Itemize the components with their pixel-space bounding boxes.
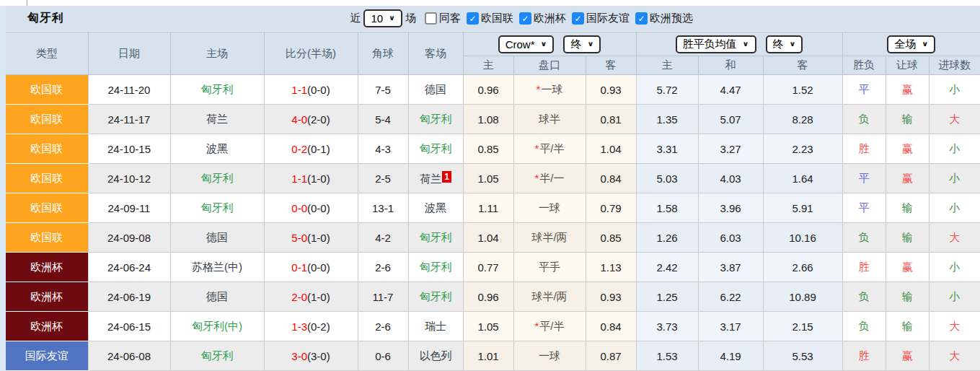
league-type-badge: 欧国联 [6, 75, 88, 105]
goals-result: 大 [929, 105, 980, 134]
table-header: 类型 日期 主场 比分(半场) 角球 客场 Crow* ∨ 终 ∨ [6, 32, 980, 75]
away-team-link[interactable]: 瑞士 [408, 312, 463, 341]
table-row: 欧洲杯24-06-15匈牙利(中)1-3(0-2)2-6瑞士1.05*平/半0.… [6, 312, 980, 341]
home-team-link[interactable]: 波黑 [170, 134, 264, 164]
col-header-score: 比分(半场) [264, 32, 358, 75]
odds-home: 1.08 [463, 105, 513, 134]
handicap-result: 赢 [886, 75, 929, 105]
handicap-result: 赢 [886, 341, 929, 371]
handicap: *平/半 [513, 312, 586, 341]
avg-header-group: 胜平负均值 ∨ 终 ∨ [636, 32, 842, 56]
league-type-badge: 欧洲杯 [6, 312, 88, 341]
filter-label[interactable]: 欧国联 [481, 12, 513, 25]
handicap-star: * [534, 142, 539, 154]
filter-label[interactable]: 同客 [439, 12, 461, 25]
handicap-result: 赢 [886, 253, 929, 282]
away-team-link[interactable]: 匈牙利 [408, 105, 463, 134]
away-team-link[interactable]: 波黑 [408, 193, 463, 223]
score: 0-2(0-1) [264, 134, 358, 164]
wdl-result: 胜 [842, 341, 886, 371]
away-team-link[interactable]: 荷兰1 [408, 164, 463, 193]
odds-home: 1.01 [463, 341, 513, 371]
odds-away: 0.79 [586, 193, 636, 223]
away-team-link[interactable]: 匈牙利 [408, 223, 463, 253]
home-team-link[interactable]: 德国 [170, 282, 264, 312]
odds-time-select[interactable]: 终 ∨ [563, 35, 601, 53]
filter-label[interactable]: 欧洲杯 [534, 12, 566, 25]
filter-checkbox-1[interactable]: ✓ [467, 12, 479, 25]
home-team-link[interactable]: 匈牙利 [170, 193, 264, 223]
corner-kicks: 2-6 [358, 253, 408, 282]
corner-kicks: 7-5 [358, 75, 408, 105]
avg-draw: 4.47 [698, 75, 763, 105]
filter-checkbox-0[interactable] [425, 12, 437, 25]
away-team-link[interactable]: 以色列 [408, 341, 463, 371]
handicap: 球半/两 [513, 223, 586, 253]
corner-kicks: 4-3 [358, 134, 408, 164]
handicap: 一球 [513, 193, 586, 223]
away-team-link[interactable]: 匈牙利 [408, 253, 463, 282]
table-row: 欧国联24-09-08德国5-0(1-0)4-2匈牙利1.04球半/两0.851… [6, 223, 980, 253]
match-date: 24-09-11 [88, 193, 170, 223]
col-header-corners: 角球 [358, 32, 408, 75]
avg-win: 3.73 [636, 312, 698, 341]
filter-checkbox-3[interactable]: ✓ [572, 12, 584, 25]
odds-home: 1.05 [463, 164, 513, 193]
filter-label[interactable]: 欧洲预选 [650, 12, 693, 25]
team-title: 匈牙利 [27, 11, 64, 26]
away-team-link[interactable]: 德国 [408, 75, 463, 105]
odds-header-group: Crow* ∨ 终 ∨ [463, 32, 636, 56]
filter-controls: 近 10 ∨ 场 同客✓欧国联✓欧洲杯✓国际友谊✓欧洲预选 [347, 9, 693, 27]
goals-result: 大 [929, 341, 980, 371]
match-count-select[interactable]: 10 ∨ [363, 9, 402, 27]
home-team-link[interactable]: 苏格兰(中) [170, 253, 264, 282]
avg-draw: 6.03 [698, 223, 763, 253]
away-team-link[interactable]: 匈牙利 [408, 134, 463, 164]
matches-table: 类型 日期 主场 比分(半场) 角球 客场 Crow* ∨ 终 ∨ [6, 32, 980, 371]
home-team-link[interactable]: 匈牙利 [170, 341, 264, 371]
avg-win: 5.72 [636, 75, 698, 105]
match-date: 24-11-17 [88, 105, 170, 134]
scope-select[interactable]: 全场 ∨ [887, 35, 935, 53]
home-team-link[interactable]: 德国 [170, 223, 264, 253]
filter-checkbox-4[interactable]: ✓ [635, 12, 648, 25]
score: 4-0(2-0) [264, 105, 358, 134]
filter-checkbox-2[interactable]: ✓ [519, 12, 531, 25]
avg-time-select[interactable]: 终 ∨ [766, 35, 803, 53]
away-team-link[interactable]: 匈牙利 [408, 282, 463, 312]
home-team-link[interactable]: 匈牙利(中) [170, 312, 264, 341]
odds-away: 1.13 [586, 253, 636, 282]
handicap-star: * [534, 172, 539, 184]
wdl-result: 负 [842, 105, 886, 134]
home-team-link[interactable]: 匈牙利 [170, 164, 264, 193]
avg-win: 2.42 [636, 253, 698, 282]
filter-label[interactable]: 国际友谊 [586, 12, 630, 25]
home-team-link[interactable]: 匈牙利 [170, 75, 264, 105]
avg-type-select[interactable]: 胜平负均值 ∨ [676, 35, 756, 53]
avg-draw: 4.03 [698, 164, 763, 193]
score: 1-3(0-2) [264, 312, 358, 341]
odds-away: 0.84 [586, 312, 636, 341]
match-count-value: 10 [371, 12, 383, 25]
odds-company-select[interactable]: Crow* ∨ [498, 35, 555, 53]
home-team-link[interactable]: 荷兰 [170, 105, 264, 134]
odds-home: 0.85 [463, 134, 513, 164]
stats-panel: 匈牙利 近 10 ∨ 场 同客✓欧国联✓欧洲杯✓国际友谊✓欧洲预选 类型 日期 … [6, 6, 980, 371]
odds-home: 1.05 [463, 312, 513, 341]
score: 3-0(3-0) [264, 341, 358, 371]
table-row: 欧国联24-11-17荷兰4-0(2-0)5-4匈牙利1.08球半0.811.3… [6, 105, 980, 134]
wdl-result: 负 [842, 282, 886, 312]
handicap-result: 输 [886, 105, 929, 134]
handicap: 球半 [513, 105, 586, 134]
corner-kicks: 4-2 [358, 223, 408, 253]
handicap-result: 输 [886, 223, 929, 253]
avg-loss: 1.52 [763, 75, 842, 105]
table-row: 欧国联24-10-12匈牙利1-1(1-0)2-5荷兰11.05*半/一0.84… [6, 164, 980, 193]
wdl-result: 胜 [842, 253, 886, 282]
col-header-date: 日期 [88, 32, 170, 75]
goals-result: 小 [929, 282, 980, 312]
sub-header-wdl: 胜负 [842, 56, 886, 75]
col-header-away: 客场 [408, 32, 463, 75]
league-type-badge: 欧国联 [6, 193, 88, 223]
avg-type-value: 胜平负均值 [683, 38, 737, 51]
